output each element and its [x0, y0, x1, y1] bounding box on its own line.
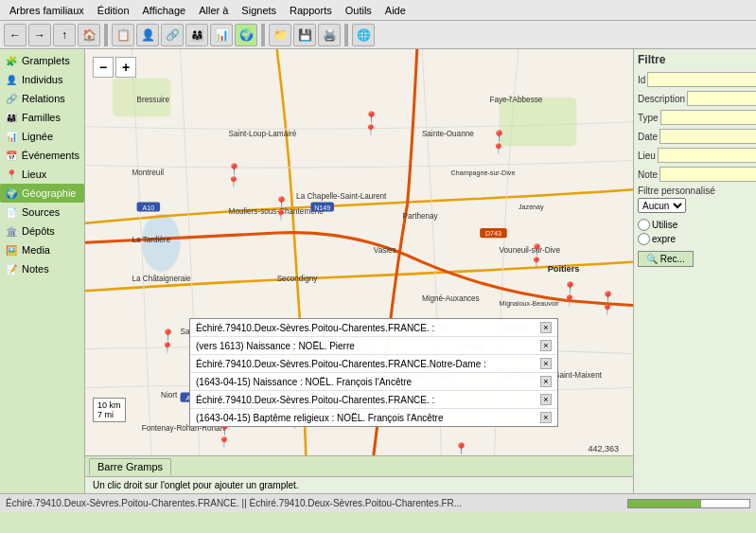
menu-edition[interactable]: Édition: [92, 3, 135, 18]
filter-note-row: Note: [638, 167, 752, 182]
map-pin-12[interactable]: 📍: [454, 442, 462, 453]
zoom-out-button[interactable]: −: [93, 57, 114, 78]
svg-text:Parthenay: Parthenay: [402, 212, 438, 221]
svg-text:N149: N149: [314, 204, 330, 212]
statusbar-text: Échiré.79410.Deux-Sèvres.Poitou-Charente…: [6, 498, 462, 508]
filter-radio-utilise[interactable]: [638, 219, 650, 231]
popup-row-5: (1643-04-15) Baptême religieux : NOËL. F…: [190, 409, 557, 426]
svg-text:Secondigny: Secondigny: [277, 275, 319, 283]
forward-button[interactable]: →: [28, 24, 51, 46]
sidebar-item-evenements[interactable]: 📅 Événements: [0, 146, 84, 165]
sidebar-item-relations[interactable]: 🔗 Relations: [0, 89, 84, 108]
person-button[interactable]: 👤: [136, 24, 159, 46]
familles-icon: 👨‍👩‍👧: [5, 111, 18, 124]
map-pin-7[interactable]: 📍: [601, 291, 608, 302]
map-pin-3[interactable]: 📍: [227, 163, 235, 174]
svg-text:Migné-Auxances: Migné-Auxances: [422, 294, 480, 303]
menu-aller[interactable]: Aller à: [193, 3, 234, 18]
up-button[interactable]: ↑: [53, 24, 76, 46]
sidebar-item-media[interactable]: 🖼️ Media: [0, 240, 84, 259]
toolbar: ← → ↑ 🏠 📋 👤 🔗 👨‍👩‍👧 📊 🌍 📁 💾 🖨️ 🌐: [0, 21, 756, 49]
menu-affichage[interactable]: Affichage: [137, 3, 192, 18]
popup-close-2[interactable]: ×: [540, 358, 552, 369]
lieux-icon: 📍: [5, 168, 18, 181]
popup-close-4[interactable]: ×: [540, 394, 552, 405]
zoom-in-button[interactable]: +: [115, 57, 136, 78]
web-button[interactable]: 🌐: [352, 24, 375, 46]
popup-close-3[interactable]: ×: [540, 376, 552, 387]
popup-row-3: (1643-04-15) Naissance : NOËL. François …: [190, 373, 557, 391]
lignee-icon: 📊: [5, 130, 18, 143]
map-pin-8[interactable]: 📍: [161, 329, 168, 340]
svg-text:Vasles: Vasles: [374, 246, 396, 255]
svg-rect-3: [500, 98, 577, 146]
map-pin-5[interactable]: 📍: [530, 243, 537, 255]
save-button[interactable]: 💾: [293, 24, 316, 46]
sidebar-item-notes[interactable]: 📝 Notes: [0, 259, 84, 278]
sidebar-item-sources[interactable]: 📄 Sources: [0, 203, 84, 222]
filter-panel: Filtre Id Description Type Date Lieu Not…: [633, 49, 756, 493]
tab-barre-gramps[interactable]: Barre Gramps: [89, 458, 171, 475]
chart-button[interactable]: 📊: [210, 24, 233, 46]
map-pin-2[interactable]: 📍: [492, 130, 500, 141]
scale-km: 10 km: [97, 400, 121, 410]
popup-row-1: (vers 1613) Naissance : NOËL. Pierre ×: [190, 337, 557, 355]
filter-lieu-input[interactable]: [658, 148, 756, 163]
svg-text:Sainte-Ouanne: Sainte-Ouanne: [422, 130, 474, 138]
map-pin-4[interactable]: 📍: [274, 196, 282, 207]
popup-row-2: Échiré.79410.Deux-Sèvres.Poitou-Charente…: [190, 355, 557, 373]
filter-custom-select[interactable]: Aucun: [638, 198, 686, 213]
filter-search-button[interactable]: 🔍 Rec...: [638, 251, 694, 267]
open-button[interactable]: 📁: [269, 24, 291, 46]
filter-title: Filtre: [638, 53, 752, 66]
map-pin-6[interactable]: 📍: [563, 281, 571, 293]
home-button[interactable]: 🏠: [78, 24, 100, 46]
family-button[interactable]: 👨‍👩‍👧: [185, 24, 208, 46]
menu-arbres[interactable]: Arbres familiaux: [4, 3, 90, 18]
scale-mi: 7 mi: [97, 410, 121, 419]
menu-signets[interactable]: Signets: [236, 3, 282, 18]
relations-icon: 🔗: [5, 92, 18, 105]
menu-outils[interactable]: Outils: [340, 3, 378, 18]
back-button[interactable]: ←: [4, 24, 26, 46]
filter-note-input[interactable]: [659, 167, 756, 182]
link-button[interactable]: 🔗: [161, 24, 184, 46]
svg-text:Niort: Niort: [161, 391, 178, 400]
map-container[interactable]: Bressuire Faye-l'Abbesse Saint-Loup-Lama…: [85, 49, 633, 455]
menu-rapports[interactable]: Rapports: [284, 3, 338, 18]
zoom-controls: − +: [93, 57, 136, 78]
sidebar-item-individus[interactable]: 👤 Individus: [0, 70, 84, 89]
filter-radio-section: Utilise expre: [638, 219, 752, 245]
sidebar-item-depots[interactable]: 🏛️ Dépôts: [0, 222, 84, 240]
svg-text:Jazenay: Jazenay: [519, 204, 544, 211]
map-pin-1[interactable]: 📍: [364, 111, 372, 122]
filter-type-input[interactable]: [660, 110, 756, 125]
filter-description-input[interactable]: [687, 91, 756, 106]
filter-radio-expre[interactable]: [638, 233, 650, 245]
filter-date-input[interactable]: [659, 129, 756, 144]
individus-icon: 👤: [5, 73, 18, 86]
svg-text:Saint-Loup-Lamairé: Saint-Loup-Lamairé: [229, 130, 297, 138]
sidebar-item-familles[interactable]: 👨‍👩‍👧 Familles: [0, 108, 84, 127]
filter-description-row: Description: [638, 91, 752, 106]
progress-bar-fill: [628, 500, 701, 507]
filter-date-row: Date: [638, 129, 752, 144]
sidebar-item-geographie[interactable]: 🌍 Géographie: [0, 184, 84, 203]
popup-row-0: Échiré.79410.Deux-Sèvres.Poitou-Charente…: [190, 319, 557, 337]
menu-aide[interactable]: Aide: [379, 3, 412, 18]
sidebar-item-lignee[interactable]: 📊 Lignée: [0, 127, 84, 146]
sidebar-item-lieux[interactable]: 📍 Lieux: [0, 165, 84, 184]
popup-close-0[interactable]: ×: [540, 322, 552, 333]
popup-close-5[interactable]: ×: [540, 412, 552, 423]
popup-close-1[interactable]: ×: [540, 340, 552, 351]
media-icon: 🖼️: [5, 243, 18, 257]
print-button[interactable]: 🖨️: [318, 24, 341, 46]
copy-button[interactable]: 📋: [112, 24, 134, 46]
geo-button[interactable]: 🌍: [235, 24, 257, 46]
sidebar-item-gramplets[interactable]: 🧩 Gramplets: [0, 51, 84, 70]
filter-type-row: Type: [638, 110, 752, 125]
svg-text:Faye-l'Abbesse: Faye-l'Abbesse: [489, 96, 542, 104]
depots-icon: 🏛️: [5, 224, 18, 238]
coordinates: 442,363: [588, 444, 619, 453]
filter-id-input[interactable]: [647, 72, 756, 87]
